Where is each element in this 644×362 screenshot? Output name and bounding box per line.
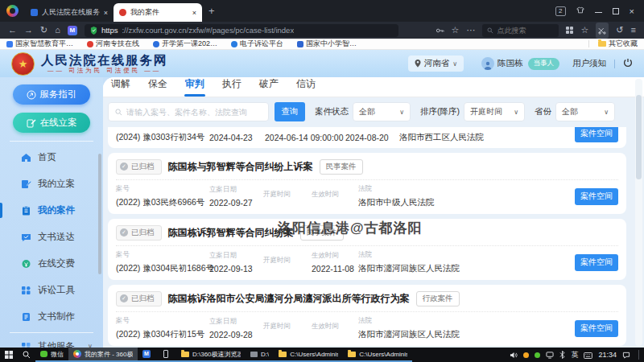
menu-icon[interactable]: ≡: [631, 26, 636, 35]
other-favorites[interactable]: 其它收藏: [598, 39, 638, 49]
sidebar-item-document-making[interactable]: 文书制作: [0, 303, 103, 330]
start-button[interactable]: [0, 348, 18, 362]
bookmark-item[interactable]: 开学第一课202…: [153, 39, 217, 49]
case-space-button[interactable]: 案件空间: [575, 127, 618, 142]
field-label: 立案日期: [209, 251, 263, 261]
notification-icon[interactable]: [622, 348, 630, 362]
tab-preservation[interactable]: 保全: [147, 77, 169, 97]
case-search-input[interactable]: [126, 108, 255, 117]
sidebar-item-my-cases[interactable]: 我的案件: [0, 197, 103, 224]
more-icon[interactable]: ⋯: [466, 26, 475, 35]
undo-icon[interactable]: ↺: [616, 26, 623, 35]
region-selector[interactable]: 河南省 ∨: [408, 56, 464, 72]
chevron-down-icon: ∨: [399, 109, 404, 116]
sidebar-item-litigation-tools[interactable]: 诉讼工具: [0, 277, 103, 303]
user-avatar[interactable]: [481, 57, 494, 70]
browser-tab-my-cases[interactable]: 我的案件 ×: [114, 3, 202, 22]
back-icon[interactable]: ←: [8, 26, 17, 35]
tab-close-icon[interactable]: ×: [192, 9, 196, 17]
bookmark-item[interactable]: 电子诉讼平台: [231, 39, 283, 49]
search-button[interactable]: 查询: [275, 102, 305, 121]
bluetooth-tray-icon[interactable]: [559, 348, 565, 362]
apps-grid-icon[interactable]: [566, 27, 573, 34]
favorite-star-icon[interactable]: ☆: [452, 26, 460, 35]
display-tray-icon[interactable]: [546, 348, 554, 362]
province-select[interactable]: 全部∨: [555, 102, 615, 121]
taskbar-item-folder-c2[interactable]: C:\Users\Administr…: [343, 348, 412, 362]
sort-select[interactable]: 开庭时间∨: [464, 102, 525, 121]
service-guide-button[interactable]: 服务指引: [13, 84, 90, 105]
sidebar-item-document-delivery[interactable]: 文书送达: [0, 224, 103, 250]
taskbar-item-wechat[interactable]: 微信: [35, 348, 68, 362]
touch-keyboard-icon[interactable]: [584, 348, 592, 362]
taskbar-item-browser[interactable]: 我的案件 - 360极速…: [68, 348, 138, 362]
sidebar-item-online-payment[interactable]: 在线交费: [0, 250, 103, 277]
bookmark-item[interactable]: 国家中小学智…: [297, 39, 357, 49]
sidebar-scrollbar[interactable]: [98, 154, 101, 274]
show-desktop-button[interactable]: [638, 350, 639, 360]
browser-search-input[interactable]: [497, 27, 553, 35]
tab-petition[interactable]: 信访: [295, 77, 317, 97]
scrollbar-thumb[interactable]: [636, 95, 642, 179]
maximize-button[interactable]: [613, 8, 619, 14]
bookmark-item[interactable]: 国家智慧教育平…: [6, 39, 73, 49]
sort-label: 排序(降序): [420, 106, 460, 117]
taskbar-search-icon[interactable]: [18, 348, 35, 362]
field-label: 案号: [116, 250, 209, 260]
case-space-button[interactable]: 案件空间: [575, 188, 618, 205]
key-icon[interactable]: [436, 23, 444, 38]
status-select[interactable]: 全部∨: [353, 102, 411, 121]
bookmark-favicon-icon: [297, 41, 303, 47]
sidebar-item-home[interactable]: 首页: [0, 144, 103, 171]
speaker-icon[interactable]: [510, 348, 518, 362]
field-label: 立案日期: [209, 185, 263, 195]
bookmark-item[interactable]: 河南专技在线: [87, 39, 139, 49]
taskbar-item-drive-d[interactable]: D:\: [246, 348, 274, 362]
browser-search-box[interactable]: [482, 24, 559, 37]
tab-trial[interactable]: 审判: [184, 77, 206, 97]
sidebar-item-other-services[interactable]: 其他服务 ∨: [0, 333, 103, 348]
online-filing-button[interactable]: 在线立案: [13, 113, 90, 133]
tab-mediation[interactable]: 调解: [109, 77, 132, 97]
extension-m-icon[interactable]: M: [68, 26, 77, 35]
clock[interactable]: 21:34: [598, 351, 617, 359]
skin-icon[interactable]: [576, 6, 584, 15]
case-space-button[interactable]: 案件空间: [575, 254, 618, 271]
tab-enforcement[interactable]: 执行: [221, 77, 243, 97]
search-icon: [115, 109, 122, 116]
input-language-indicator[interactable]: 英: [571, 350, 578, 360]
case-search-box[interactable]: [108, 102, 269, 121]
case-space-button[interactable]: 案件空间: [575, 320, 618, 337]
taskbar-item-folder-d360[interactable]: D:\360极速浏览器X…: [176, 348, 246, 362]
taskbar-item-folder-c1[interactable]: C:\Users\Administr…: [274, 348, 343, 362]
address-bar[interactable]: https://zxfw.court.gov.cn/zxfw/#/pages/p…: [85, 24, 398, 37]
screenshot-scissors-icon[interactable]: [596, 23, 609, 39]
refresh-icon[interactable]: ↻: [40, 26, 47, 35]
browser-logo-icon[interactable]: [6, 5, 19, 17]
field-label: 案号: [116, 184, 209, 194]
tab-close-icon[interactable]: ×: [104, 9, 108, 17]
home-icon[interactable]: ⌂: [55, 26, 60, 35]
new-tab-button[interactable]: +: [208, 5, 215, 17]
logout-power-icon[interactable]: [623, 56, 633, 71]
collect-star-icon[interactable]: ☆: [580, 26, 588, 35]
close-button[interactable]: ×: [630, 6, 634, 16]
tab-count-badge[interactable]: 2: [555, 6, 565, 16]
user-role-badge: 当事人: [528, 58, 560, 70]
safety-tray-icon[interactable]: [523, 352, 529, 358]
chevron-down-icon: ∨: [604, 109, 609, 116]
site-header: ★ 人民法院在线服务网 —— 司法为民 司法便民 —— 河南省 ∨ 陈国栋 当事…: [0, 50, 644, 77]
tab-bankruptcy[interactable]: 破产: [258, 77, 280, 97]
sidebar-item-my-filing[interactable]: 我的立案: [0, 171, 103, 197]
taskbar-item-phone[interactable]: [159, 348, 176, 362]
case-title: 陈国栋诉洛阳市公安局瀍河分局瀍河派出所等行政行为案: [168, 292, 410, 306]
field-label: 生效时间: [312, 251, 358, 261]
taskbar-item-m-app[interactable]: M: [138, 348, 159, 362]
user-notice-link[interactable]: 用户须知: [572, 58, 606, 69]
user-name[interactable]: 陈国栋: [497, 58, 523, 69]
wechat-tray-icon[interactable]: [535, 352, 540, 358]
minimize-button[interactable]: [595, 9, 602, 13]
forward-icon[interactable]: →: [24, 26, 33, 35]
page-scrollbar[interactable]: [635, 79, 642, 346]
browser-tab-court[interactable]: 人民法院在线服务 全国版_百… ×: [25, 3, 114, 22]
